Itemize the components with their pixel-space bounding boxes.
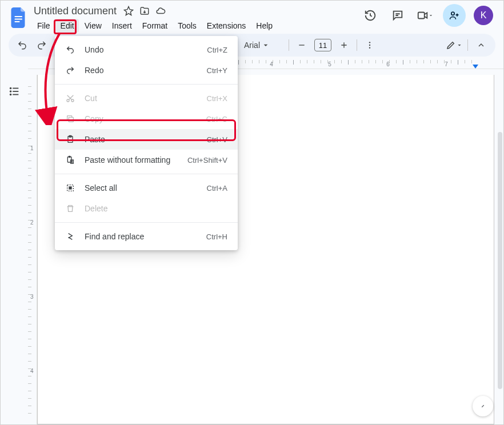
font-size-input[interactable]: 11 <box>314 39 331 51</box>
svg-point-10 <box>10 94 11 95</box>
scrollbar[interactable] <box>498 132 502 389</box>
svg-rect-2 <box>15 21 20 22</box>
vertical-ruler: 1234 <box>28 75 37 424</box>
find-icon <box>65 231 75 242</box>
svg-point-4 <box>451 12 454 15</box>
font-family-dropdown[interactable]: Arial <box>239 41 284 50</box>
menu-item-undo[interactable]: UndoCtrl+Z <box>55 39 238 60</box>
font-size-decrease[interactable] <box>294 37 310 53</box>
outline-toggle[interactable] <box>1 75 28 424</box>
font-family-label: Arial <box>244 41 260 50</box>
collapse-toolbar-icon[interactable] <box>473 37 490 54</box>
menu-item-cut: CutCtrl+X <box>55 88 238 109</box>
svg-point-11 <box>67 99 69 102</box>
menubar: FileEditViewInsertFormatToolsExtensionsH… <box>33 19 277 33</box>
undo-icon <box>65 45 75 55</box>
cut-icon <box>65 93 75 103</box>
font-size-increase[interactable] <box>336 37 352 53</box>
explore-button[interactable] <box>473 396 493 416</box>
menu-item-paste-without-formatting[interactable]: Paste without formattingCtrl+Shift+V <box>55 150 238 170</box>
menubar-item-help[interactable]: Help <box>251 19 277 33</box>
select-all-icon <box>65 183 75 193</box>
paste-icon <box>65 134 75 145</box>
svg-rect-1 <box>15 19 23 20</box>
copy-icon <box>65 114 75 124</box>
menu-item-label: Select all <box>85 183 198 193</box>
menu-item-shortcut: Ctrl+Z <box>207 46 227 54</box>
undo-button[interactable] <box>14 37 30 53</box>
menu-item-paste[interactable]: PasteCtrl+V <box>55 129 238 150</box>
svg-point-6 <box>369 45 370 46</box>
edit-menu-dropdown: UndoCtrl+ZRedoCtrl+YCutCtrl+XCopyCtrl+CP… <box>55 36 238 250</box>
menu-item-shortcut: Ctrl+A <box>207 184 227 193</box>
meet-icon[interactable] <box>415 6 435 25</box>
svg-point-8 <box>10 88 11 89</box>
menu-item-find-and-replace[interactable]: Find and replaceCtrl+H <box>55 226 238 247</box>
share-button[interactable] <box>443 4 466 27</box>
menubar-item-edit[interactable]: Edit <box>56 19 79 33</box>
document-title[interactable]: Untitled document <box>33 5 118 18</box>
svg-point-9 <box>10 91 11 92</box>
menu-item-shortcut: Ctrl+X <box>207 94 227 103</box>
menu-item-shortcut: Ctrl+V <box>207 135 227 144</box>
svg-rect-3 <box>418 13 425 19</box>
history-icon[interactable] <box>361 6 380 25</box>
app-frame: Untitled document FileEditViewInsertForm… <box>0 0 504 425</box>
menubar-item-tools[interactable]: Tools <box>173 19 201 33</box>
svg-rect-13 <box>69 117 73 122</box>
menu-item-shortcut: Ctrl+Y <box>207 66 227 75</box>
delete-icon <box>65 203 75 214</box>
more-toolbar-icon[interactable] <box>362 37 378 53</box>
menu-item-label: Undo <box>85 45 198 54</box>
menu-item-copy: CopyCtrl+C <box>55 109 238 129</box>
menu-item-shortcut: Ctrl+Shift+V <box>187 156 227 165</box>
svg-point-7 <box>369 47 370 48</box>
menubar-item-insert[interactable]: Insert <box>107 19 137 33</box>
menubar-item-extensions[interactable]: Extensions <box>202 19 250 33</box>
menu-item-shortcut: Ctrl+C <box>206 115 227 123</box>
menubar-item-file[interactable]: File <box>33 19 55 33</box>
svg-point-5 <box>369 42 370 43</box>
menubar-item-format[interactable]: Format <box>138 19 172 33</box>
editing-mode-dropdown[interactable] <box>446 37 463 53</box>
menu-item-label: Cut <box>85 94 198 103</box>
svg-point-12 <box>71 99 74 102</box>
menu-item-label: Redo <box>85 66 198 75</box>
menu-item-redo[interactable]: RedoCtrl+Y <box>55 60 238 81</box>
menu-item-label: Delete <box>85 204 218 213</box>
menu-item-label: Copy <box>85 114 197 123</box>
menu-item-shortcut: Ctrl+H <box>206 232 227 241</box>
star-icon[interactable] <box>123 6 134 16</box>
menu-item-delete: Delete <box>55 198 238 219</box>
paste-plain-icon <box>65 155 75 165</box>
account-avatar[interactable]: K <box>474 6 493 25</box>
header: Untitled document FileEditViewInsertForm… <box>1 1 503 34</box>
menu-item-select-all[interactable]: Select allCtrl+A <box>55 178 238 198</box>
font-size-control: 11 <box>294 37 352 53</box>
svg-rect-0 <box>15 16 23 17</box>
menu-item-label: Paste without formatting <box>85 155 178 165</box>
comments-icon[interactable] <box>388 6 407 25</box>
svg-rect-19 <box>69 187 71 189</box>
redo-button[interactable] <box>34 37 50 53</box>
redo-icon <box>65 65 75 75</box>
menu-item-label: Paste <box>85 135 198 144</box>
menubar-item-view[interactable]: View <box>80 19 106 33</box>
move-icon[interactable] <box>139 6 150 16</box>
cloud-status-icon[interactable] <box>155 6 166 16</box>
menu-item-label: Find and replace <box>85 232 197 241</box>
docs-logo[interactable] <box>7 4 30 31</box>
